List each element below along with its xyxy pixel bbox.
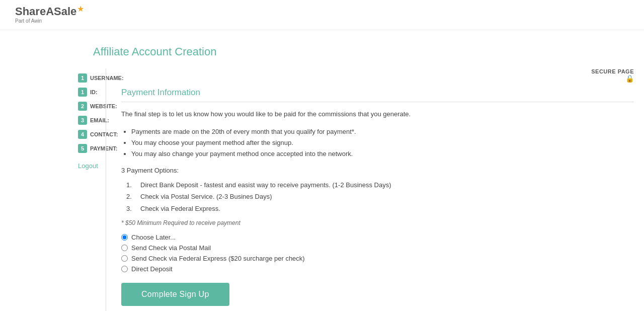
right-panel: SECURE PAGE 🔒 Payment Information The fi… <box>106 68 644 311</box>
radio-choose-later-label: Choose Later... <box>131 234 176 241</box>
step-label-id: ID: <box>90 89 98 95</box>
step-id: 1 ID: <box>78 88 96 97</box>
complete-signup-button[interactable]: Complete Sign Up <box>121 283 229 306</box>
left-panel: 1 USERNAME: 1 ID: 2 WEBSITE: 3 EMAIL: 4 <box>0 68 106 311</box>
radio-federal-express[interactable]: Send Check via Federal Express ($20 surc… <box>121 255 634 262</box>
payment-info-title: Payment Information <box>121 88 634 102</box>
step-payment: 5 PAYMENT: <box>78 144 96 153</box>
logo-subtitle: Part of Awin <box>15 18 42 24</box>
payment-radio-options: Choose Later... Send Check via Postal Ma… <box>121 234 634 273</box>
lock-icon: 🔒 <box>121 74 634 83</box>
logo: ShareASale ★ Part of Awin <box>15 6 84 24</box>
payment-options-heading: 3 Payment Options: <box>121 167 634 174</box>
step-badge-2: 2 <box>78 102 87 111</box>
option-3: 3.Check via Federal Express. <box>126 203 634 214</box>
payment-bullets: Payments are made on the 20th of every m… <box>121 126 634 160</box>
radio-federal-express-input[interactable] <box>121 255 128 262</box>
radio-direct-deposit-input[interactable] <box>121 266 128 272</box>
bullet-3: You may also change your payment method … <box>131 148 634 160</box>
payment-description: The final step is to let us know how you… <box>121 109 634 119</box>
step-badge-1: 1 <box>78 73 87 83</box>
radio-postal-mail-label: Send Check via Postal Mail <box>131 244 211 252</box>
radio-postal-mail-input[interactable] <box>121 245 128 251</box>
step-badge-5: 5 <box>78 144 87 153</box>
logout-link[interactable]: Logout <box>78 162 96 170</box>
step-contact: 4 CONTACT: <box>78 130 96 139</box>
secure-label-text: SECURE PAGE <box>591 68 634 74</box>
radio-direct-deposit-label: Direct Deposit <box>131 265 173 273</box>
radio-direct-deposit[interactable]: Direct Deposit <box>121 265 634 273</box>
page-title: Affiliate Account Creation <box>0 30 644 68</box>
step-email: 3 EMAIL: <box>78 116 96 125</box>
radio-postal-mail[interactable]: Send Check via Postal Mail <box>121 244 634 252</box>
bullet-2: You may choose your payment method after… <box>131 137 634 148</box>
step-website: 2 WEBSITE: <box>78 102 96 111</box>
radio-choose-later[interactable]: Choose Later... <box>121 234 634 241</box>
step-username: 1 USERNAME: <box>78 73 96 83</box>
option-2: 2.Check via Postal Service. (2-3 Busines… <box>126 191 634 202</box>
radio-choose-later-input[interactable] <box>121 234 128 241</box>
payment-options-list: 1.Direct Bank Deposit - fastest and easi… <box>121 179 634 214</box>
logo-text: ShareASale <box>15 6 76 17</box>
step-badge-4: 4 <box>78 130 87 139</box>
minimum-note: * $50 Minimum Required to receive paymen… <box>121 219 634 226</box>
radio-federal-express-label: Send Check via Federal Express ($20 surc… <box>131 255 305 262</box>
step-badge-3: 3 <box>78 116 87 125</box>
secure-page-label: SECURE PAGE 🔒 <box>121 68 634 83</box>
star-icon: ★ <box>77 4 84 14</box>
option-1: 1.Direct Bank Deposit - fastest and easi… <box>126 179 634 191</box>
bullet-1: Payments are made on the 20th of every m… <box>131 126 634 137</box>
step-badge-1b: 1 <box>78 88 87 97</box>
